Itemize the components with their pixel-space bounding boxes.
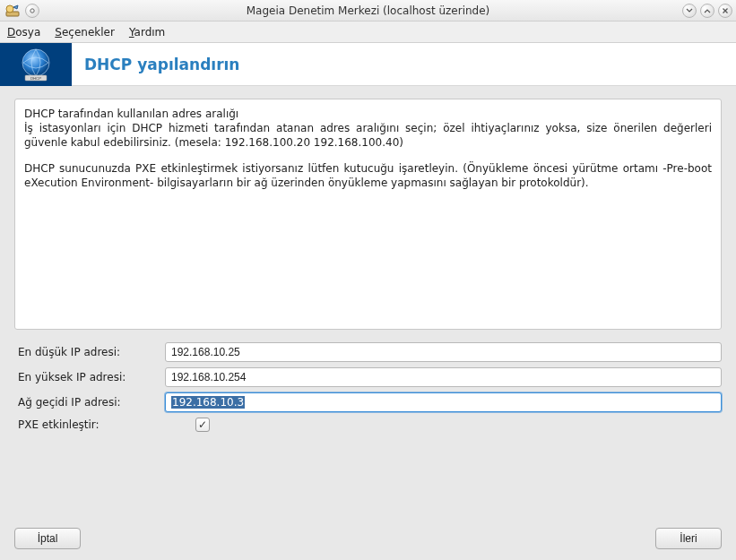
- minimize-button[interactable]: [682, 4, 697, 18]
- menubar: Dosya Seçenekler Yardım: [0, 22, 736, 43]
- content-area: DHCP tarafından kullanılan adres aralığı…: [0, 86, 736, 560]
- button-bar: İptal İleri: [14, 521, 722, 549]
- cancel-button[interactable]: İptal: [14, 528, 81, 549]
- menu-dosya[interactable]: Dosya: [7, 26, 40, 39]
- label-pxe: PXE etkinleştir:: [14, 418, 165, 431]
- input-gateway-ip[interactable]: 192.168.10.3: [165, 392, 722, 412]
- row-gateway-ip: Ağ geçidi IP adresi: 192.168.10.3: [14, 392, 722, 412]
- maximize-button[interactable]: [700, 4, 714, 18]
- label-lowest-ip: En düşük IP adresi:: [14, 346, 165, 358]
- label-gateway-ip: Ağ geçidi IP adresi:: [14, 396, 165, 409]
- desc-line2: İş istasyonları için DHCP hizmeti tarafı…: [24, 122, 712, 149]
- row-pxe: PXE etkinleştir: ✓: [14, 418, 722, 432]
- desc-line1: DHCP tarafından kullanılan adres aralığı: [24, 108, 238, 120]
- svg-point-3: [22, 49, 49, 76]
- menu-secenekler[interactable]: Seçenekler: [55, 26, 115, 39]
- page-title: DHCP yapılandırın: [84, 56, 239, 73]
- desc-para2: DHCP sunucunuzda PXE etkinleştirmek isti…: [24, 161, 712, 190]
- window-menu-button[interactable]: [25, 4, 39, 18]
- svg-point-1: [6, 5, 13, 13]
- dhcp-logo: DHCP: [0, 43, 72, 86]
- label-highest-ip: En yüksek IP adresi:: [14, 371, 165, 383]
- checkbox-pxe[interactable]: ✓: [195, 418, 210, 432]
- svg-text:DHCP: DHCP: [30, 75, 41, 80]
- row-highest-ip: En yüksek IP adresi:: [14, 367, 722, 387]
- app-icon: [5, 4, 20, 18]
- close-button[interactable]: [718, 4, 732, 18]
- window-titlebar: Mageia Denetim Merkezi (localhost üzerin…: [0, 0, 736, 22]
- input-lowest-ip[interactable]: [165, 342, 722, 362]
- row-lowest-ip: En düşük IP adresi:: [14, 342, 722, 362]
- description-box: DHCP tarafından kullanılan adres aralığı…: [14, 99, 722, 330]
- input-highest-ip[interactable]: [165, 367, 722, 387]
- header-banner: DHCP DHCP yapılandırın: [0, 43, 736, 86]
- menu-yardim[interactable]: Yardım: [129, 26, 165, 39]
- form-area: En düşük IP adresi: En yüksek IP adresi:…: [14, 342, 722, 437]
- next-button[interactable]: İleri: [655, 528, 722, 549]
- svg-point-2: [30, 8, 34, 12]
- window-title: Mageia Denetim Merkezi (localhost üzerin…: [247, 4, 490, 17]
